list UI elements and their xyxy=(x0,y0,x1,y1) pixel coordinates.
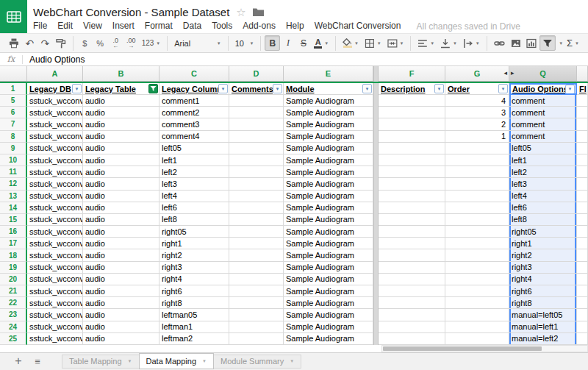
cell-A7[interactable]: sstuck_wcconv xyxy=(27,118,83,130)
row-header-23[interactable]: 23 xyxy=(0,309,27,321)
cell-G23[interactable] xyxy=(445,309,509,321)
column-header-F[interactable]: F xyxy=(379,66,445,82)
cell-C13[interactable]: left4 xyxy=(159,191,229,202)
filter-dropdown-A[interactable]: ▼ xyxy=(72,84,82,93)
row-header-5[interactable]: 5 xyxy=(0,95,27,107)
row-header-12[interactable]: 12 xyxy=(0,178,27,190)
cell-F13[interactable] xyxy=(379,191,445,202)
functions-button[interactable]: Σ▼ xyxy=(564,35,582,51)
insert-chart-button[interactable] xyxy=(523,35,539,51)
cell-F18[interactable] xyxy=(379,249,445,261)
text-color-button[interactable]: A▼ xyxy=(311,35,331,51)
cell-clipped5[interactable] xyxy=(577,95,588,107)
cell-F16[interactable] xyxy=(379,226,445,238)
cell-C11[interactable]: left2 xyxy=(159,166,229,178)
cell-A18[interactable]: sstuck_wcconv xyxy=(27,249,83,261)
menu-tools[interactable]: Tools xyxy=(207,19,237,33)
cell-E18[interactable]: Sample Audiogram xyxy=(284,249,373,261)
more-formats-button[interactable]: 123▼ xyxy=(139,35,163,51)
cell-B18[interactable]: audio xyxy=(83,249,159,261)
cell-F19[interactable] xyxy=(379,262,445,274)
cell-C18[interactable]: right2 xyxy=(159,249,229,261)
bold-button[interactable]: B xyxy=(265,35,280,51)
cell-C21[interactable]: right6 xyxy=(159,285,229,297)
cell-A11[interactable]: sstuck_wcconv xyxy=(27,166,83,178)
hidden-columns-indicator-left[interactable]: ◂ xyxy=(503,69,507,77)
format-percent-button[interactable]: % xyxy=(93,35,108,51)
row-header-24[interactable]: 24 xyxy=(0,321,27,333)
merge-cells-button[interactable]: ▼ xyxy=(384,35,407,51)
cell-E9[interactable]: Sample Audiogram xyxy=(284,143,373,154)
cell-clipped15[interactable] xyxy=(577,214,588,226)
row-header-22[interactable]: 22 xyxy=(0,297,27,309)
cell-F25[interactable] xyxy=(379,333,445,345)
row-header-21[interactable]: 21 xyxy=(0,285,27,297)
cell-D5[interactable] xyxy=(229,95,284,107)
cell-G17[interactable] xyxy=(445,238,509,249)
cell-A25[interactable]: sstuck_wcconv xyxy=(27,333,83,345)
cell-E16[interactable]: Sample Audiogram xyxy=(284,226,373,238)
cell-E17[interactable]: Sample Audiogram xyxy=(284,238,373,249)
filter-dropdown-D[interactable]: ▼ xyxy=(273,84,282,93)
cell-Q13[interactable]: left4 xyxy=(509,191,577,202)
font-family-select[interactable]: Arial▼ xyxy=(171,35,223,51)
cell-E23[interactable]: Sample Audiogram xyxy=(284,309,373,321)
cell-B10[interactable]: audio xyxy=(83,154,159,166)
insert-link-button[interactable] xyxy=(491,35,508,51)
cell-E21[interactable]: Sample Audiogram xyxy=(284,285,373,297)
cell-D24[interactable] xyxy=(229,321,284,333)
italic-button[interactable]: I xyxy=(280,35,295,51)
add-sheet-button[interactable]: + xyxy=(9,353,28,369)
row-header-8[interactable]: 8 xyxy=(0,131,27,143)
cell-C8[interactable]: comment4 xyxy=(159,131,229,143)
hidden-columns-indicator-right[interactable]: ▸ xyxy=(511,69,514,77)
cell-Q14[interactable]: left6 xyxy=(509,202,577,214)
cell-A20[interactable]: sstuck_wcconv xyxy=(27,274,83,285)
cell-B21[interactable]: audio xyxy=(83,285,159,297)
paint-format-button[interactable] xyxy=(53,35,69,51)
cell-D21[interactable] xyxy=(229,285,284,297)
cell-A17[interactable]: sstuck_wcconv xyxy=(27,238,83,249)
cell-A12[interactable]: sstuck_wcconv xyxy=(27,178,83,190)
cell-B13[interactable]: audio xyxy=(83,191,159,202)
cell-Q7[interactable]: comment xyxy=(509,118,577,130)
menu-view[interactable]: View xyxy=(78,19,107,33)
cell-G9[interactable] xyxy=(445,143,509,154)
cell-D14[interactable] xyxy=(229,202,284,214)
cell-E25[interactable]: Sample Audiogram xyxy=(284,333,373,345)
cell-clipped1[interactable]: Fl xyxy=(577,83,588,95)
cell-E7[interactable]: Sample Audiogram xyxy=(284,118,373,130)
filter-dropdown-E[interactable]: ▼ xyxy=(362,84,372,93)
cell-C14[interactable]: left6 xyxy=(159,202,229,214)
cell-B14[interactable]: audio xyxy=(83,202,159,214)
cell-F7[interactable] xyxy=(379,118,445,130)
cell-C15[interactable]: left8 xyxy=(159,214,229,226)
print-button[interactable] xyxy=(6,35,22,51)
cell-F20[interactable] xyxy=(379,274,445,285)
cell-clipped17[interactable] xyxy=(577,238,588,249)
cell-G1[interactable]: Order▼ xyxy=(445,83,509,95)
cell-F11[interactable] xyxy=(379,166,445,178)
cell-C25[interactable]: leftman2 xyxy=(159,333,229,345)
cell-Q22[interactable]: right8 xyxy=(509,297,577,309)
cell-E13[interactable]: Sample Audiogram xyxy=(284,191,373,202)
cell-B1[interactable]: Legacy Table xyxy=(83,83,159,95)
cell-F8[interactable] xyxy=(379,131,445,143)
cell-A14[interactable]: sstuck_wcconv xyxy=(27,202,83,214)
cell-F21[interactable] xyxy=(379,285,445,297)
cell-B9[interactable]: audio xyxy=(83,143,159,154)
cell-C17[interactable]: right1 xyxy=(159,238,229,249)
tab-module-summary[interactable]: Module Summary▼ xyxy=(213,355,301,369)
cell-clipped21[interactable] xyxy=(577,285,588,297)
cell-clipped23[interactable] xyxy=(577,309,588,321)
column-header-Q[interactable]: Q▸ xyxy=(509,66,577,82)
cell-A23[interactable]: sstuck_wcconv xyxy=(27,309,83,321)
cell-B15[interactable]: audio xyxy=(83,214,159,226)
cell-E15[interactable]: Sample Audiogram xyxy=(284,214,373,226)
cell-B6[interactable]: audio xyxy=(83,107,159,118)
cell-Q18[interactable]: right2 xyxy=(509,249,577,261)
text-wrap-button[interactable]: ▼ xyxy=(460,35,483,51)
cell-D7[interactable] xyxy=(229,118,284,130)
cell-C5[interactable]: comment1 xyxy=(159,95,229,107)
cell-Q11[interactable]: left2 xyxy=(509,166,577,178)
